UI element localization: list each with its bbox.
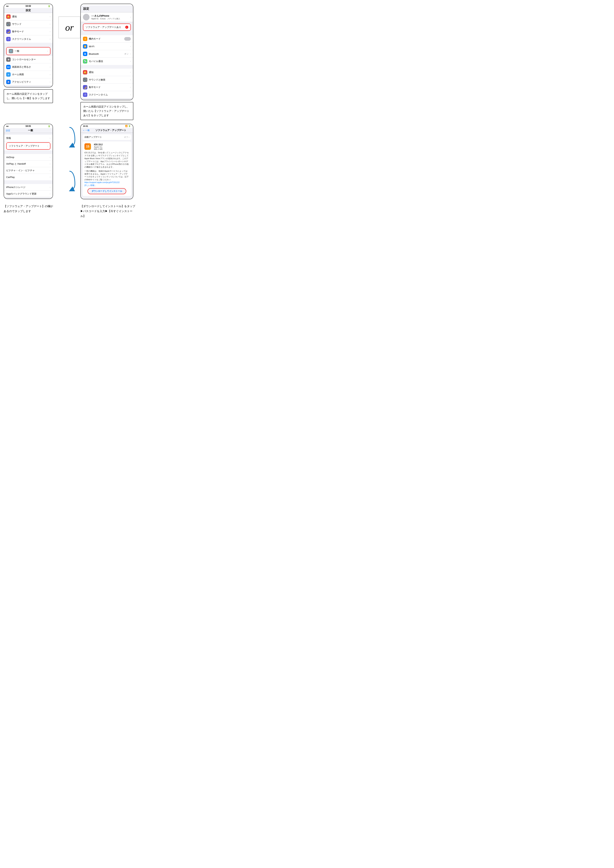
notif-icon: 🔔 — [6, 14, 11, 19]
support-link[interactable]: https://support.apple.com/ja-jp/HT201222 — [84, 181, 129, 183]
list-item[interactable]: AA 画面表示と明るさ › — [4, 64, 53, 71]
focus-label: 集中モード — [12, 30, 48, 33]
time-label: 16:02 — [25, 5, 31, 7]
settings-list2-top-right: 🔔 通知 › 🔊 サウンドと触覚 › 🌙 集中モード › ⏱ スクリーンタイム — [81, 69, 133, 98]
ios-logo: 15 — [84, 143, 91, 150]
chevron-icon: › — [50, 186, 50, 189]
back-button[interactable]: 設定 — [6, 129, 10, 132]
status-bar-top-right — [81, 4, 133, 5]
list-item[interactable]: 📡 モバイル通信 › — [81, 58, 133, 65]
list-item[interactable]: 🔊 サウンド › — [4, 20, 53, 28]
signal-label: au — [6, 125, 9, 127]
airdrop-label: AirDrop — [6, 156, 48, 159]
general-row[interactable]: ⚙️ 一般 › — [6, 48, 50, 55]
arrow-bottom — [62, 169, 77, 191]
profile-name: ○○さんのiPhone — [91, 14, 128, 17]
list-item[interactable]: 情報 › — [4, 135, 53, 141]
list-item[interactable]: ⏱ スクリーンタイム › — [81, 91, 133, 98]
list-item[interactable]: AirPlay と Handoff › — [4, 161, 53, 167]
ios-info: iOS 15.2 Apple Inc. 886.2 MB — [94, 143, 103, 150]
list-item[interactable]: Appのバックグラウンド更新 › — [4, 191, 53, 197]
general-highlighted[interactable]: ⚙️ 一般 › — [6, 47, 50, 55]
focus-icon: 🌙 — [6, 29, 11, 34]
bt-label: Bluetooth — [89, 53, 123, 55]
chevron-icon: › — [130, 79, 131, 81]
sw-update-highlighted[interactable]: ソフトウェア・アップデートあり 1 — [83, 23, 131, 31]
back-button[interactable]: ＜ 一般 — [82, 129, 90, 132]
screen-title-bottom-left: 一般 — [10, 129, 51, 132]
iphone-bottom-left: au 16:01 🔋 設定 一般 情報 › ソフトウェ — [4, 124, 53, 199]
list-item[interactable]: 📶 Wi-Fi › — [81, 43, 133, 50]
list-item[interactable]: CarPlay › — [4, 174, 53, 180]
list-item[interactable]: 🌙 集中モード › — [4, 28, 53, 36]
sw-content: 自動アップデート オフ › 15 iOS 15.2 Apple Inc. 886… — [81, 133, 133, 199]
chevron-icon: › — [47, 145, 48, 147]
settings-list2-top-left: ⊞ コントロールセンター › AA 画面表示と明るさ › ⊞ ホーム画面 › ♿… — [4, 56, 53, 85]
bottom-right-section: 15:51 📶 🔋 ＜ 一般 ソフトウェア・アップデート 自動アップデート オフ… — [80, 124, 137, 199]
screen-bottom-fade — [4, 85, 53, 87]
toggle[interactable] — [124, 37, 131, 41]
list-item[interactable]: iPhoneストレージ › — [4, 184, 53, 191]
time-label: 15:51 — [83, 125, 88, 127]
section-gap — [81, 32, 133, 35]
list-item[interactable]: 🔔 通知 › — [81, 69, 133, 76]
list-item[interactable]: ⊞ コントロールセンター › — [4, 56, 53, 64]
list-item[interactable]: ピクチャ・イン・ピクチャ › — [4, 167, 53, 174]
bt-value: オン — [124, 53, 129, 56]
sw-screen-title: ソフトウェア・アップデート — [90, 129, 131, 132]
notif2-icon: 🔔 — [83, 70, 87, 74]
badge: 1 — [125, 26, 128, 29]
general-row-wrapper: ⚙️ 一般 › — [4, 46, 53, 56]
settings-list-top-right: ✈ 機内モード 📶 Wi-Fi › 𝗕 Bluetooth オン › 📡 — [81, 35, 133, 65]
airplay-label: AirPlay と Handoff — [6, 162, 48, 166]
mobile-icon: 📡 — [83, 59, 87, 64]
control-label: コントロールセンター — [12, 58, 48, 61]
list-item[interactable]: 🔊 サウンドと触覚 › — [81, 76, 133, 84]
ios-company: Apple Inc. — [94, 146, 103, 148]
screentime2-label: スクリーンタイム — [89, 93, 129, 96]
general-list-1: 情報 › — [4, 135, 53, 141]
or-text: or — [65, 22, 74, 33]
list-item[interactable]: ✈ 機内モード — [81, 35, 133, 43]
list-item[interactable]: ♿ アクセシビリティ › — [4, 78, 53, 85]
access-icon: ♿ — [6, 80, 11, 84]
sw-update-general-highlighted[interactable]: ソフトウェア・アップデート › — [6, 143, 50, 150]
notif2-label: 通知 — [89, 71, 129, 74]
profile-row[interactable]: ○○さんのiPhone Apple ID、iCloud、メディアと購入 › — [81, 12, 133, 22]
list-item[interactable]: 𝗕 Bluetooth オン › — [81, 50, 133, 58]
carplay-label: CarPlay — [6, 176, 48, 178]
chevron-icon: › — [130, 53, 131, 55]
sw-update-general-row[interactable]: ソフトウェア・アップデート › — [6, 143, 50, 149]
right-top-section: 設定 ○○さんのiPhone Apple ID、iCloud、メディアと購入 ›… — [80, 4, 137, 120]
arrows-section — [59, 124, 80, 199]
sw-update-row[interactable]: ソフトウェア・アップデートあり 1 — [83, 24, 131, 31]
list-item[interactable]: 🌙 集中モード › — [81, 84, 133, 91]
auto-update-value: オフ › — [124, 136, 129, 138]
list-item[interactable]: AirDrop › — [4, 154, 53, 161]
chevron-icon: › — [130, 60, 131, 63]
bt-icon: 𝗕 — [83, 52, 87, 56]
profile-info: ○○さんのiPhone Apple ID、iCloud、メディアと購入 — [91, 14, 128, 20]
display-icon: AA — [6, 65, 11, 69]
sw-update-wrapper: ソフトウェア・アップデートあり 1 — [81, 23, 133, 32]
screentime-label: スクリーンタイム — [12, 37, 48, 41]
screentime-icon: ⏱ — [6, 37, 11, 41]
chevron-icon: › — [50, 58, 50, 61]
screen-title-top-left: 設定 — [4, 8, 53, 13]
list-item[interactable]: 🔔 通知 › — [4, 13, 53, 20]
sw-update-general-wrapper: ソフトウェア・アップデート › — [4, 141, 53, 150]
sound-icon: 🔊 — [6, 22, 11, 26]
download-button[interactable]: ダウンロードしてインストール — [87, 188, 126, 194]
chevron-icon: › — [130, 93, 131, 96]
wifi-icon: 📶 — [83, 44, 87, 48]
sw-nav-bar: ＜ 一般 ソフトウェア・アップデート — [81, 128, 133, 133]
list-item[interactable]: ⊞ ホーム画面 › — [4, 71, 53, 78]
iphone-top-left: au 16:02 🔋 設定 🔔 通知 › 🔊 サウンド › 🌙 — [4, 4, 53, 87]
list-item[interactable]: ⏱ スクリーンタイム › — [4, 36, 53, 43]
caption-top-left: ホーム画面の設定アイコンをタップし、開いたら【一般】をタップします — [4, 89, 53, 103]
mobile-label: モバイル通信 — [89, 60, 129, 63]
signal-label: au — [6, 5, 9, 7]
battery-icon: 🔋 — [48, 5, 50, 7]
auto-update-row[interactable]: 自動アップデート オフ › — [82, 134, 131, 140]
detail-link[interactable]: 詳しい情報... — [84, 184, 129, 187]
